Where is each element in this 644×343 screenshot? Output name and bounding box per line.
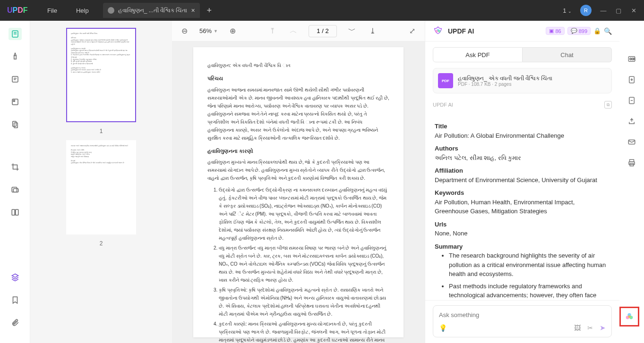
redact-icon[interactable]	[9, 184, 22, 196]
svg-point-28	[628, 315, 631, 318]
ocr-icon[interactable]: OCR	[626, 54, 637, 64]
pages-icon[interactable]	[9, 118, 22, 131]
tab-ask-pdf[interactable]: Ask PDF	[433, 47, 523, 62]
tab-chat[interactable]: Chat	[523, 47, 612, 62]
layers-icon[interactable]	[9, 271, 22, 284]
new-tab-button[interactable]: +	[207, 6, 212, 16]
highlight-icon[interactable]	[9, 50, 22, 63]
file-meta: PDF · 108.7 KB · 2 pages	[458, 82, 607, 87]
print-icon[interactable]	[626, 158, 637, 168]
next-page-icon[interactable]: ﹀	[346, 25, 358, 37]
svg-rect-11	[13, 189, 18, 192]
svg-rect-7	[13, 100, 15, 101]
svg-rect-10	[12, 187, 17, 192]
title-bar: UPDF File Help હવાવિષુણન_ ...તી વૈશ્વિક …	[0, 0, 644, 21]
tab-title: હવાવિષુણન_ ...તી વૈશ્વિક ચિંતા	[118, 7, 188, 14]
svg-rect-13	[15, 209, 18, 215]
doc-viewport[interactable]: હવાવિલુણન: એક વધતી જતી વૈશ્વિક વિ ાત પરિ…	[172, 42, 425, 343]
zoom-out-icon[interactable]: ⊖	[179, 25, 190, 37]
ask-input[interactable]	[439, 311, 606, 318]
zoom-in-icon[interactable]: ⊕	[227, 25, 239, 37]
menu-bar: File Help	[33, 7, 89, 14]
export-icon[interactable]	[626, 75, 637, 85]
ai-panel-title: UPDF AI	[448, 27, 474, 35]
thumbnail-page-2[interactable]: સરકાર અને આંતરરાષ્ટ્રીય સંસ્થાઓએ હવાવિલૂ…	[66, 140, 136, 234]
file-name: હવાવિષુણન_ એક વધતી જતી વૈશ્વિક ચિંતા	[458, 75, 607, 82]
app-logo: UPDF	[0, 6, 33, 15]
ai-input-area: 💡 🖼 ✂ ➤	[425, 300, 619, 343]
document-tab[interactable]: હવાવિષુણન_ ...તી વૈશ્વિક ચિંતા ×	[103, 3, 200, 18]
updf-ai-logo-icon	[433, 26, 443, 36]
menu-help[interactable]: Help	[76, 7, 89, 14]
svg-point-15	[436, 30, 438, 33]
search-icon[interactable]: 🔍	[604, 27, 612, 35]
attachment-icon[interactable]	[9, 317, 22, 329]
zoom-value[interactable]: 56% ▼	[199, 27, 218, 34]
ai-response: Title Air Pollution: A Global Environmen…	[425, 110, 619, 300]
thumbnail-panel: હવાવિલુણન એક વધતી જતી વૈશ્વિક ચિંતાપરિચય…	[30, 21, 172, 343]
svg-text:OCR: OCR	[630, 58, 635, 60]
first-page-icon[interactable]: ⤒	[267, 25, 278, 37]
edit-text-icon[interactable]	[9, 73, 22, 85]
share-icon[interactable]	[626, 116, 637, 126]
crop-attach-icon[interactable]: ✂	[587, 324, 593, 332]
lock-icon[interactable]: 🔒	[593, 27, 601, 34]
bot-name-label: UPDF AI	[433, 102, 453, 108]
close-icon[interactable]: ✕	[630, 7, 637, 14]
svg-point-16	[438, 30, 441, 33]
credits-badge-1[interactable]: ▣ 86	[546, 27, 564, 35]
copy-icon[interactable]: ⧉	[604, 101, 612, 109]
send-icon[interactable]: ➤	[600, 324, 606, 332]
email-icon[interactable]	[626, 137, 637, 147]
prompt-suggestions-icon[interactable]: 💡	[439, 324, 447, 332]
credits-badge-2[interactable]: 💬 899	[567, 27, 591, 35]
image-attach-icon[interactable]: 🖼	[574, 324, 581, 332]
tab-close-icon[interactable]: ×	[191, 7, 195, 14]
page-content: હવાવિલુણન: એક વધતી જતી વૈશ્વિક વિ ાત પરિ…	[193, 47, 404, 337]
ai-assistant-button[interactable]	[619, 307, 639, 326]
thumbnail-page-1[interactable]: હવાવિલુણન એક વધતી જતી વૈશ્વિક ચિંતાપરિચય…	[66, 28, 136, 122]
thumb-2-label: 2	[100, 240, 103, 247]
page-number-input[interactable]: 1 / 2	[309, 25, 337, 37]
svg-rect-12	[12, 209, 15, 215]
ai-panel: UPDF AI ▣ 86 💬 899 🔒 🔍 Ask PDF Chat PDF …	[425, 21, 619, 343]
compress-icon[interactable]	[626, 95, 637, 106]
left-sidebar	[0, 21, 30, 343]
menu-file[interactable]: File	[47, 7, 57, 14]
version-dropdown[interactable]: 1 ⌄	[563, 7, 572, 14]
tab-doc-icon	[108, 7, 114, 14]
form-icon[interactable]	[9, 96, 22, 108]
bookmark-icon[interactable]	[9, 294, 22, 306]
right-rail: OCR	[619, 21, 644, 343]
minimize-icon[interactable]: —	[600, 7, 607, 14]
pdf-file-icon: PDF	[438, 73, 453, 88]
fit-icon[interactable]: ⤢	[407, 25, 418, 37]
crop-icon[interactable]	[9, 161, 22, 173]
ai-file-card[interactable]: PDF હવાવિષુણન_ એક વધતી જતી વૈશ્વિક ચિંતા…	[433, 68, 612, 93]
compare-icon[interactable]	[9, 206, 22, 218]
last-page-icon[interactable]: ⤓	[367, 25, 378, 37]
thumb-1-label: 1	[100, 128, 103, 134]
maximize-icon[interactable]: ▢	[615, 7, 622, 14]
doc-toolbar: ⊖ 56% ▼ ⊕ ⤒ ︿ 1 / 2 ﹀ ⤓ ⤢	[172, 21, 425, 42]
reader-mode-icon[interactable]	[9, 28, 22, 40]
prev-page-icon[interactable]: ︿	[288, 25, 299, 37]
user-avatar[interactable]: R	[580, 5, 592, 16]
